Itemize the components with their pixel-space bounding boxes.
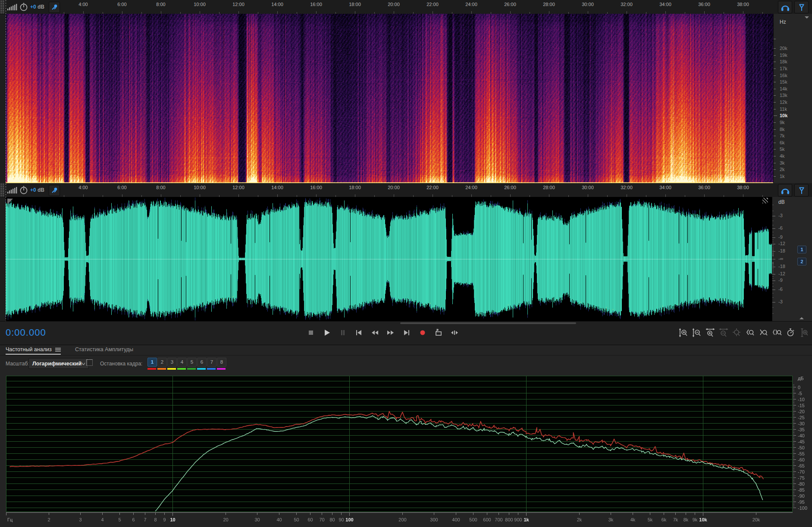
level-meter-icon[interactable] — [6, 3, 18, 11]
horizontal-scrollbar-thumb[interactable] — [400, 322, 576, 324]
skip-to-start-button[interactable] — [352, 327, 365, 339]
scale-minor-tick — [772, 276, 774, 277]
ruler-time-label: 16:00 — [307, 2, 326, 7]
tab-amplitude-statistics[interactable]: Статистика Амплитуды — [75, 346, 133, 352]
clock-icon[interactable] — [19, 185, 28, 195]
time-display[interactable]: 0:00.000 — [6, 327, 46, 338]
scale-tick — [774, 149, 776, 150]
timeline-ruler-waveform[interactable]: 4:006:008:0010:0012:0014:0016:0018:0020:… — [0, 183, 812, 197]
frequency-label: 14k — [780, 86, 787, 91]
ruler-time-label: 36:00 — [695, 2, 714, 7]
record-button[interactable] — [416, 327, 429, 339]
amplitude-scale[interactable]: dB 1 2 -3-3-6-6-9-9-12-12-18-18-∞ — [772, 197, 812, 321]
clock-icon[interactable] — [19, 2, 28, 12]
pause-button[interactable] — [336, 327, 349, 339]
hold-button-6[interactable]: 6 — [197, 358, 206, 370]
panel-grip[interactable] — [0, 183, 5, 197]
waveform-resize-grip-icon[interactable] — [762, 198, 768, 203]
scale-minor-tick — [772, 266, 774, 266]
hold-number[interactable]: 1 — [147, 358, 157, 367]
ruler-time-label: 32:00 — [617, 2, 636, 7]
level-meter-icon[interactable] — [6, 186, 18, 194]
scale-minor-tick — [772, 248, 774, 249]
frequency-label: 10k — [780, 113, 787, 118]
ruler-time-label: 24:00 — [462, 185, 481, 190]
headphones-icon[interactable] — [778, 1, 792, 13]
scale-minor-tick — [772, 247, 774, 247]
ruler-time-label: 18:00 — [345, 185, 364, 190]
hold-button-2[interactable]: 2 — [157, 358, 166, 370]
skip-to-end-button[interactable] — [400, 327, 413, 339]
scale-tick — [772, 267, 775, 267]
pin-button[interactable] — [49, 2, 60, 13]
fast-forward-button[interactable] — [384, 327, 397, 339]
razor-icon[interactable] — [794, 184, 809, 196]
zoom-out-horizontal-button[interactable] — [718, 327, 729, 339]
scale-label: Масштаб: — [6, 361, 29, 367]
hold-number[interactable]: 7 — [207, 358, 216, 367]
skip-selection-button[interactable] — [448, 327, 461, 339]
gain-value[interactable]: +0 dB — [30, 4, 44, 10]
ruler-time-label: 12:00 — [229, 185, 248, 190]
tab-label: Частотный анализ — [6, 346, 52, 352]
hold-button-3[interactable]: 3 — [167, 358, 176, 370]
scale-tick — [774, 129, 776, 130]
hold-button-8[interactable]: 8 — [217, 358, 226, 370]
rewind-button[interactable] — [368, 327, 381, 339]
waveform-view[interactable] — [6, 197, 772, 321]
razor-icon[interactable] — [794, 1, 809, 13]
timed-record-button[interactable] — [785, 327, 796, 339]
playhead[interactable] — [6, 0, 6, 321]
frequency-scale-unit: Hz — [780, 19, 786, 25]
scale-minor-tick — [772, 262, 774, 263]
panel-menu-arrow-icon[interactable] — [805, 16, 809, 19]
panel-grip[interactable] — [0, 0, 5, 14]
hold-number[interactable]: 8 — [217, 358, 226, 367]
stop-button[interactable] — [304, 327, 317, 339]
scale-tick — [774, 95, 776, 96]
gain-value[interactable]: +0 dB — [30, 187, 44, 193]
scale-tick — [772, 237, 775, 238]
play-button[interactable] — [320, 327, 333, 339]
scale-dropdown[interactable]: Логарифмический — [28, 358, 89, 369]
zoom-to-in-point-button[interactable] — [745, 327, 756, 339]
hold-number[interactable]: 4 — [177, 358, 187, 367]
loop-playback-button[interactable] — [432, 327, 445, 339]
tab-frequency-analysis[interactable]: Частотный анализ — [6, 346, 61, 352]
scale-tick — [774, 39, 776, 39]
hold-color-swatch — [177, 368, 186, 370]
zoom-in-horizontal-button[interactable] — [705, 327, 716, 339]
hold-button-4[interactable]: 4 — [177, 358, 186, 370]
hold-number[interactable]: 3 — [167, 358, 177, 367]
hold-button-5[interactable]: 5 — [187, 358, 196, 370]
frequency-analysis-chart[interactable] — [6, 375, 812, 527]
hold-number[interactable]: 2 — [157, 358, 167, 367]
headphones-icon[interactable] — [778, 184, 792, 196]
panel-menu-icon[interactable] — [55, 347, 61, 352]
zoom-reset-button[interactable] — [731, 327, 743, 339]
scale-tick — [772, 290, 775, 290]
scroll-up-arrow-icon[interactable] — [799, 317, 804, 319]
ruler-time-label: 6:00 — [113, 185, 132, 190]
zoom-to-out-point-button[interactable] — [758, 327, 769, 339]
ruler-time-label: 30:00 — [578, 185, 597, 190]
channel-2-badge[interactable]: 2 — [797, 258, 806, 265]
hold-button-7[interactable]: 7 — [207, 358, 216, 370]
scale-tick — [774, 176, 776, 177]
frequency-label: 16k — [780, 73, 787, 78]
spectrogram-view[interactable] — [6, 14, 773, 183]
hold-number[interactable]: 5 — [187, 358, 197, 367]
copy-graph-icon[interactable] — [86, 359, 93, 366]
zoom-in-vertical-button[interactable] — [678, 327, 689, 339]
zoom-out-vertical-button[interactable] — [691, 327, 702, 339]
pin-button[interactable] — [49, 185, 60, 196]
hold-button-1[interactable]: 1 — [147, 358, 156, 370]
zoom-to-selection-button[interactable] — [771, 327, 783, 339]
ruler-time-label: 4:00 — [74, 2, 93, 7]
ruler-time-label: 6:00 — [113, 2, 132, 7]
channel-1-badge[interactable]: 1 — [797, 246, 806, 253]
frequency-scale[interactable]: Hz 20k19k18k17k16k15k14k13k12k11k10k9k8k… — [773, 14, 812, 183]
zoom-amplitude-button[interactable] — [798, 327, 809, 339]
timeline-ruler-spectrogram[interactable]: 4:006:008:0010:0012:0014:0016:0018:0020:… — [0, 0, 812, 14]
hold-number[interactable]: 6 — [197, 358, 207, 367]
